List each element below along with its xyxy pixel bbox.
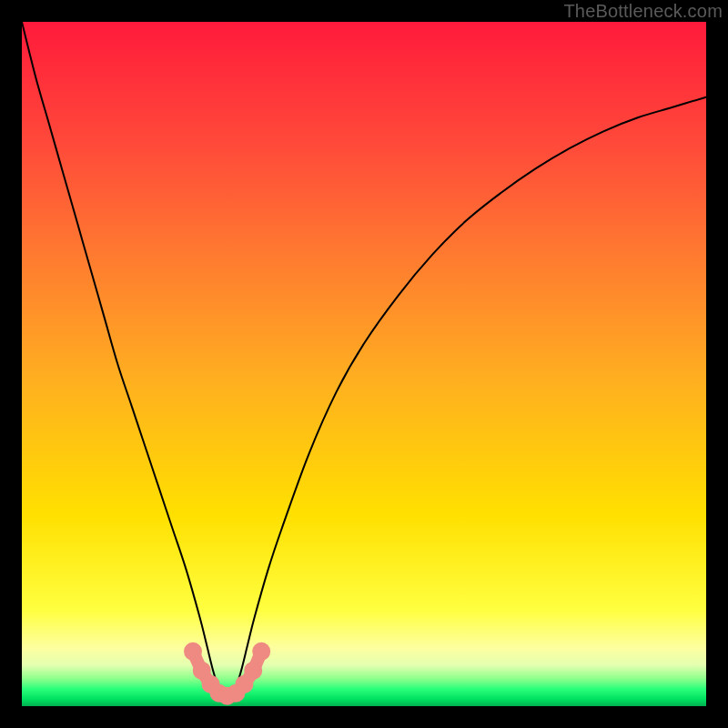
bottleneck-dot <box>244 662 262 680</box>
bottleneck-curve <box>22 22 706 699</box>
bottleneck-dot <box>184 642 202 661</box>
bottleneck-dots <box>184 642 270 705</box>
chart-frame: TheBottleneck.com <box>0 0 728 728</box>
chart-svg <box>22 22 706 706</box>
attribution-text: TheBottleneck.com <box>563 1 723 22</box>
chart-plot-area <box>22 22 706 706</box>
bottleneck-dot <box>252 642 270 661</box>
